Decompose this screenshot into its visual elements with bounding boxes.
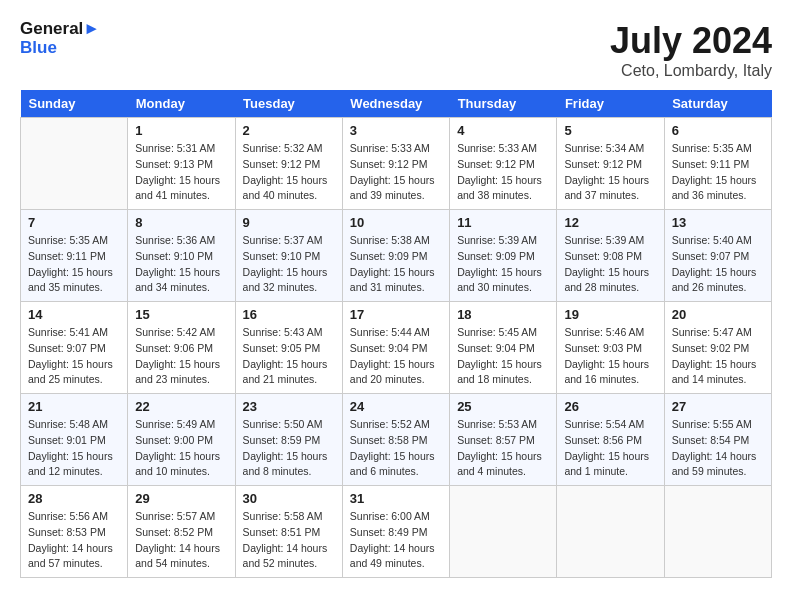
sunset-label: Sunset: 9:04 PM	[350, 342, 428, 354]
sunrise-label: Sunrise: 5:38 AM	[350, 234, 430, 246]
calendar-cell: 8 Sunrise: 5:36 AM Sunset: 9:10 PM Dayli…	[128, 210, 235, 302]
calendar-cell	[450, 486, 557, 578]
daylight-label: Daylight: 15 hours and 34 minutes.	[135, 266, 220, 294]
sunrise-label: Sunrise: 5:39 AM	[457, 234, 537, 246]
day-number: 5	[564, 123, 656, 138]
daylight-label: Daylight: 15 hours and 41 minutes.	[135, 174, 220, 202]
sunrise-label: Sunrise: 5:37 AM	[243, 234, 323, 246]
weekday-row: SundayMondayTuesdayWednesdayThursdayFrid…	[21, 90, 772, 118]
sunset-label: Sunset: 9:09 PM	[457, 250, 535, 262]
calendar-cell: 15 Sunrise: 5:42 AM Sunset: 9:06 PM Dayl…	[128, 302, 235, 394]
day-info: Sunrise: 5:34 AM Sunset: 9:12 PM Dayligh…	[564, 141, 656, 204]
sunrise-label: Sunrise: 5:42 AM	[135, 326, 215, 338]
daylight-label: Daylight: 15 hours and 23 minutes.	[135, 358, 220, 386]
sunrise-label: Sunrise: 5:33 AM	[457, 142, 537, 154]
sunrise-label: Sunrise: 5:40 AM	[672, 234, 752, 246]
calendar-header: SundayMondayTuesdayWednesdayThursdayFrid…	[21, 90, 772, 118]
logo: General► Blue	[20, 20, 100, 57]
daylight-label: Daylight: 15 hours and 1 minute.	[564, 450, 649, 478]
day-number: 20	[672, 307, 764, 322]
day-number: 26	[564, 399, 656, 414]
day-number: 23	[243, 399, 335, 414]
sunrise-label: Sunrise: 5:52 AM	[350, 418, 430, 430]
calendar-week-row: 1 Sunrise: 5:31 AM Sunset: 9:13 PM Dayli…	[21, 118, 772, 210]
sunrise-label: Sunrise: 5:31 AM	[135, 142, 215, 154]
day-number: 9	[243, 215, 335, 230]
sunrise-label: Sunrise: 5:36 AM	[135, 234, 215, 246]
sunset-label: Sunset: 8:51 PM	[243, 526, 321, 538]
sunrise-label: Sunrise: 5:39 AM	[564, 234, 644, 246]
daylight-label: Daylight: 15 hours and 39 minutes.	[350, 174, 435, 202]
sunset-label: Sunset: 9:12 PM	[243, 158, 321, 170]
day-info: Sunrise: 5:33 AM Sunset: 9:12 PM Dayligh…	[457, 141, 549, 204]
day-info: Sunrise: 6:00 AM Sunset: 8:49 PM Dayligh…	[350, 509, 442, 572]
day-number: 13	[672, 215, 764, 230]
daylight-label: Daylight: 15 hours and 18 minutes.	[457, 358, 542, 386]
calendar-cell	[557, 486, 664, 578]
weekday-header: Monday	[128, 90, 235, 118]
calendar-cell: 4 Sunrise: 5:33 AM Sunset: 9:12 PM Dayli…	[450, 118, 557, 210]
day-info: Sunrise: 5:37 AM Sunset: 9:10 PM Dayligh…	[243, 233, 335, 296]
sunrise-label: Sunrise: 5:35 AM	[672, 142, 752, 154]
sunrise-label: Sunrise: 6:00 AM	[350, 510, 430, 522]
day-number: 1	[135, 123, 227, 138]
calendar-cell: 14 Sunrise: 5:41 AM Sunset: 9:07 PM Dayl…	[21, 302, 128, 394]
day-info: Sunrise: 5:43 AM Sunset: 9:05 PM Dayligh…	[243, 325, 335, 388]
sunset-label: Sunset: 9:03 PM	[564, 342, 642, 354]
calendar-cell: 3 Sunrise: 5:33 AM Sunset: 9:12 PM Dayli…	[342, 118, 449, 210]
day-number: 27	[672, 399, 764, 414]
day-number: 29	[135, 491, 227, 506]
sunrise-label: Sunrise: 5:46 AM	[564, 326, 644, 338]
day-number: 24	[350, 399, 442, 414]
sunrise-label: Sunrise: 5:35 AM	[28, 234, 108, 246]
day-number: 17	[350, 307, 442, 322]
sunset-label: Sunset: 9:10 PM	[243, 250, 321, 262]
calendar-cell: 20 Sunrise: 5:47 AM Sunset: 9:02 PM Dayl…	[664, 302, 771, 394]
weekday-header: Saturday	[664, 90, 771, 118]
daylight-label: Daylight: 15 hours and 12 minutes.	[28, 450, 113, 478]
sunset-label: Sunset: 9:01 PM	[28, 434, 106, 446]
daylight-label: Daylight: 15 hours and 36 minutes.	[672, 174, 757, 202]
daylight-label: Daylight: 15 hours and 35 minutes.	[28, 266, 113, 294]
weekday-header: Tuesday	[235, 90, 342, 118]
sunrise-label: Sunrise: 5:32 AM	[243, 142, 323, 154]
day-number: 16	[243, 307, 335, 322]
day-info: Sunrise: 5:39 AM Sunset: 9:08 PM Dayligh…	[564, 233, 656, 296]
weekday-header: Sunday	[21, 90, 128, 118]
day-number: 10	[350, 215, 442, 230]
day-number: 21	[28, 399, 120, 414]
sunrise-label: Sunrise: 5:43 AM	[243, 326, 323, 338]
day-info: Sunrise: 5:52 AM Sunset: 8:58 PM Dayligh…	[350, 417, 442, 480]
daylight-label: Daylight: 15 hours and 10 minutes.	[135, 450, 220, 478]
day-number: 25	[457, 399, 549, 414]
sunset-label: Sunset: 9:07 PM	[672, 250, 750, 262]
daylight-label: Daylight: 15 hours and 37 minutes.	[564, 174, 649, 202]
daylight-label: Daylight: 15 hours and 40 minutes.	[243, 174, 328, 202]
sunrise-label: Sunrise: 5:45 AM	[457, 326, 537, 338]
day-info: Sunrise: 5:55 AM Sunset: 8:54 PM Dayligh…	[672, 417, 764, 480]
day-info: Sunrise: 5:47 AM Sunset: 9:02 PM Dayligh…	[672, 325, 764, 388]
calendar-body: 1 Sunrise: 5:31 AM Sunset: 9:13 PM Dayli…	[21, 118, 772, 578]
calendar-cell: 7 Sunrise: 5:35 AM Sunset: 9:11 PM Dayli…	[21, 210, 128, 302]
sunrise-label: Sunrise: 5:53 AM	[457, 418, 537, 430]
sunset-label: Sunset: 9:11 PM	[672, 158, 750, 170]
calendar-week-row: 14 Sunrise: 5:41 AM Sunset: 9:07 PM Dayl…	[21, 302, 772, 394]
weekday-header: Thursday	[450, 90, 557, 118]
title-block: July 2024 Ceto, Lombardy, Italy	[610, 20, 772, 80]
day-info: Sunrise: 5:31 AM Sunset: 9:13 PM Dayligh…	[135, 141, 227, 204]
sunset-label: Sunset: 8:59 PM	[243, 434, 321, 446]
day-info: Sunrise: 5:33 AM Sunset: 9:12 PM Dayligh…	[350, 141, 442, 204]
day-number: 30	[243, 491, 335, 506]
calendar-cell: 12 Sunrise: 5:39 AM Sunset: 9:08 PM Dayl…	[557, 210, 664, 302]
weekday-header: Wednesday	[342, 90, 449, 118]
day-number: 11	[457, 215, 549, 230]
calendar-cell: 25 Sunrise: 5:53 AM Sunset: 8:57 PM Dayl…	[450, 394, 557, 486]
calendar-cell: 29 Sunrise: 5:57 AM Sunset: 8:52 PM Dayl…	[128, 486, 235, 578]
sunset-label: Sunset: 9:12 PM	[457, 158, 535, 170]
day-number: 2	[243, 123, 335, 138]
sunset-label: Sunset: 9:04 PM	[457, 342, 535, 354]
sunset-label: Sunset: 9:00 PM	[135, 434, 213, 446]
calendar-week-row: 28 Sunrise: 5:56 AM Sunset: 8:53 PM Dayl…	[21, 486, 772, 578]
day-info: Sunrise: 5:44 AM Sunset: 9:04 PM Dayligh…	[350, 325, 442, 388]
calendar-cell: 22 Sunrise: 5:49 AM Sunset: 9:00 PM Dayl…	[128, 394, 235, 486]
